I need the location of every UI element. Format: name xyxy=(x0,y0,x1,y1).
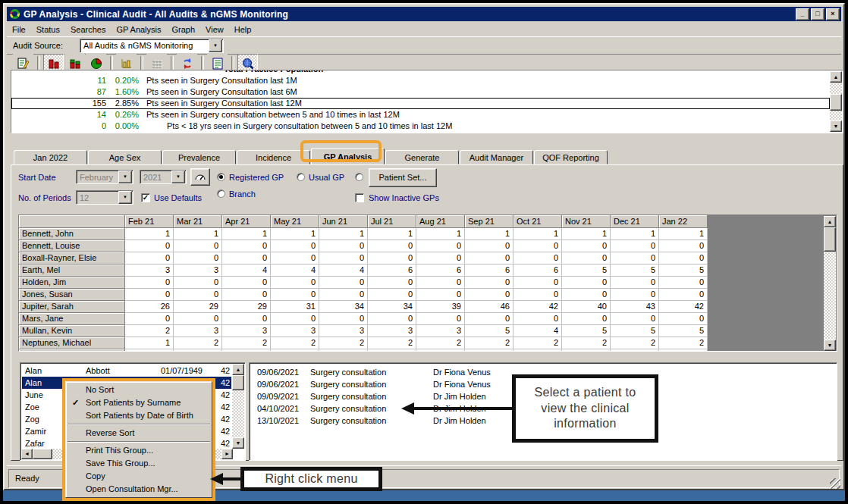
scroll-thumb[interactable] xyxy=(33,449,52,459)
menu-item-view[interactable]: View xyxy=(200,23,229,36)
scroll-down-button[interactable]: ▼ xyxy=(232,437,244,449)
grid-column-header[interactable]: Mar 21 xyxy=(174,215,222,228)
patient-scrollbar[interactable]: ▲ ▼ xyxy=(232,364,244,449)
chevron-down-icon[interactable]: ▼ xyxy=(209,39,222,52)
population-row[interactable]: 871.60%Pts seen in Surgery Consultation … xyxy=(11,86,830,98)
grid-column-header[interactable]: Sep 21 xyxy=(465,215,514,228)
chevron-down-icon[interactable]: ▼ xyxy=(171,171,185,183)
scroll-down-button[interactable]: ▼ xyxy=(824,340,836,351)
grid-column-header[interactable]: Apr 21 xyxy=(222,215,271,228)
grid-value-cell: 3 xyxy=(125,265,174,277)
grid-value-cell: 5 xyxy=(465,325,514,337)
scroll-up-button[interactable]: ▲ xyxy=(830,71,842,83)
grid-gp-name-cell[interactable]: Mars, Jane xyxy=(19,313,125,325)
menu-item-graph[interactable]: Graph xyxy=(167,23,201,36)
menu-item-gp-analysis[interactable]: GP Analysis xyxy=(111,23,166,36)
patient-row[interactable]: AlanAbbott01/07/194942 xyxy=(22,365,231,377)
grid-value-cell: 0 xyxy=(368,289,416,301)
callout-arrowhead-icon xyxy=(210,473,223,485)
scroll-up-button[interactable]: ▲ xyxy=(232,364,244,375)
grid-gp-name-cell[interactable]: Neptunes, Michael xyxy=(19,337,125,349)
grid-gp-name-cell[interactable]: Mullan, Kevin xyxy=(19,325,125,337)
tab-jan-2022[interactable]: Jan 2022 xyxy=(14,150,87,164)
grid-column-header[interactable]: Aug 21 xyxy=(416,215,465,228)
grid-gp-name-cell[interactable]: Bennett, Louise xyxy=(19,240,125,252)
population-row[interactable]: 140.26%Pts seen in Surgery consultation … xyxy=(11,109,830,121)
tab-generate[interactable]: Generate xyxy=(385,150,459,164)
gauge-button[interactable] xyxy=(190,168,210,186)
grid-gp-name-cell[interactable]: Holden, Jim xyxy=(19,277,125,289)
tab-age-sex[interactable]: Age Sex xyxy=(88,150,162,164)
patient-set-button[interactable]: Patient Set... xyxy=(369,168,437,187)
scroll-thumb[interactable] xyxy=(824,227,836,252)
scroll-down-button[interactable]: ▼ xyxy=(830,121,842,132)
grid-value-cell: 1 xyxy=(222,228,271,240)
grid-value-cell: 1 xyxy=(125,337,174,349)
grid-column-header[interactable]: Feb 21 xyxy=(125,215,174,228)
grid-row: Mars, Jane000000000000 xyxy=(19,313,824,325)
close-button[interactable]: × xyxy=(826,8,840,20)
grid-value-cell: 0 xyxy=(465,252,514,265)
audit-source-combo[interactable]: All Audits & nGMS Monitoring ▼ xyxy=(80,39,224,53)
grid-gp-name-cell[interactable]: Boxall-Rayner, Elsie xyxy=(19,252,125,265)
chevron-down-icon[interactable]: ▼ xyxy=(118,191,132,204)
grid-column-header[interactable]: Jun 21 xyxy=(319,215,368,228)
grid-column-header[interactable]: Jan 22 xyxy=(659,215,708,228)
grid-value-cell: 0 xyxy=(271,252,319,265)
grid-value-cell: 0 xyxy=(465,240,514,252)
grid-value-cell: 3 xyxy=(222,325,271,337)
scroll-left-button[interactable]: ◄ xyxy=(21,449,33,459)
grid-value-cell: 2 xyxy=(319,337,368,349)
maximize-button[interactable]: □ xyxy=(811,8,824,20)
chevron-down-icon[interactable]: ▼ xyxy=(118,171,132,183)
usual-gp-radio[interactable] xyxy=(297,173,305,181)
periods-combo[interactable]: 12▼ xyxy=(76,190,133,205)
population-row[interactable]: 110.20%Pts seen in Surgery Consultation … xyxy=(11,75,830,86)
minimize-button[interactable]: _ xyxy=(796,8,809,20)
start-month-combo[interactable]: February▼ xyxy=(76,170,133,184)
registered-gp-radio[interactable] xyxy=(217,173,225,181)
grid-column-header[interactable]: Oct 21 xyxy=(514,215,562,228)
menu-item-file[interactable]: File xyxy=(7,23,31,36)
grid-value-cell: 46 xyxy=(465,301,514,313)
grid-scrollbar[interactable]: ▲ ▼ xyxy=(824,216,836,351)
grid-row-clipped xyxy=(19,349,824,352)
show-inactive-checkbox[interactable] xyxy=(355,193,364,202)
scroll-right-button[interactable]: ► xyxy=(221,449,233,459)
population-scrollbar[interactable]: ▲ ▼ xyxy=(830,71,842,132)
grid-column-header[interactable]: May 21 xyxy=(271,215,319,228)
menu-item-status[interactable]: Status xyxy=(31,23,65,36)
menu-item-searches[interactable]: Searches xyxy=(65,23,111,36)
tab-prevalence[interactable]: Prevalence xyxy=(162,150,236,164)
population-percent: 0.26% xyxy=(108,109,139,121)
branch-label: Branch xyxy=(229,186,256,202)
tab-qof-reporting[interactable]: QOF Reporting xyxy=(534,150,608,164)
population-row[interactable]: 1552.85%Pts seen in Surgery Consultation… xyxy=(11,98,830,109)
patient-set-radio[interactable] xyxy=(355,173,363,181)
grid-gp-name-cell[interactable]: Bennett, John xyxy=(19,228,125,240)
branch-radio[interactable] xyxy=(217,189,225,198)
menu-item-help[interactable]: Help xyxy=(229,23,257,36)
grid-gp-name-cell[interactable]: Jupiter, Sarah xyxy=(19,301,125,313)
scroll-thumb[interactable] xyxy=(830,94,842,111)
start-date-label: Start Date xyxy=(18,170,56,185)
grid-value-cell: 1 xyxy=(319,228,368,240)
use-defaults-checkbox[interactable]: ✓ xyxy=(141,193,150,202)
grid-value-cell: 0 xyxy=(416,277,465,289)
resize-grip[interactable] xyxy=(830,478,840,489)
start-year-combo[interactable]: 2021▼ xyxy=(140,170,187,184)
grid-column-header[interactable]: Dec 21 xyxy=(611,215,659,228)
grid-value-cell: 0 xyxy=(562,313,611,325)
grid-row: Holden, Jim000000000000 xyxy=(19,277,824,289)
scroll-thumb[interactable] xyxy=(232,375,244,390)
tab-incidence[interactable]: Incidence xyxy=(237,150,310,164)
tab-audit-manager[interactable]: Audit Manager xyxy=(460,150,533,164)
scroll-up-button[interactable]: ▲ xyxy=(824,216,836,227)
pie-chart-icon xyxy=(90,58,102,70)
grid-gp-name-cell[interactable]: Jones, Susan xyxy=(19,289,125,301)
grid-column-header[interactable]: Jul 21 xyxy=(368,215,416,228)
grid-gp-name-cell[interactable]: Earth, Mel xyxy=(19,265,125,277)
grid-value-cell: 0 xyxy=(368,277,416,289)
population-row[interactable]: 00.00%Pts < 18 yrs seen in Surgery consu… xyxy=(11,121,830,132)
grid-column-header[interactable]: Nov 21 xyxy=(562,215,611,228)
